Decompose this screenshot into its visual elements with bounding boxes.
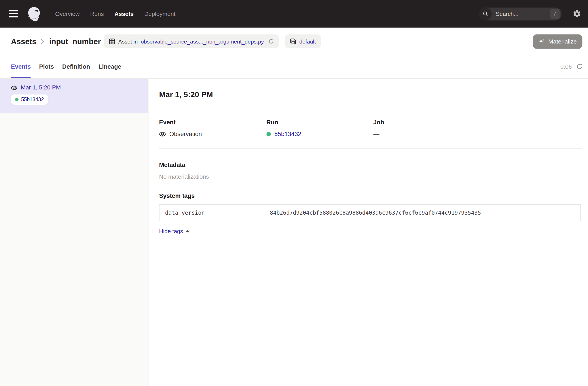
search-input[interactable] [495,10,550,18]
nav-right-group: / [479,7,581,20]
nav-item-assets[interactable]: Assets [114,10,134,17]
settings-button[interactable] [572,9,581,18]
octopus-icon [26,5,43,22]
event-list-item[interactable]: Mar 1, 5:20 PM 55b13432 [0,79,148,113]
run-column: Run 55b13432 [266,119,373,138]
job-label: Job [373,119,582,126]
hide-tags-link[interactable]: Hide tags [159,228,189,234]
asset-definition-chip: Asset in observable_source_ass..._non_ar… [104,34,279,48]
run-status-dot [266,132,271,137]
refresh-button[interactable] [576,63,583,70]
tab-events[interactable]: Events [11,55,31,78]
run-id: 55b13432 [21,97,44,102]
nav-item-runs[interactable]: Runs [90,10,104,17]
eye-icon [11,85,18,90]
sparkle-icon [539,38,545,45]
event-type-value: Observation [169,131,202,138]
event-label: Event [159,119,266,126]
event-timestamp: Mar 1, 5:20 PM [21,84,61,91]
dagster-logo[interactable] [26,5,43,22]
event-list-sidebar: Mar 1, 5:20 PM 55b13432 [0,79,148,386]
menu-button[interactable] [9,10,18,18]
asset-definition-link[interactable]: observable_source_ass..._non_argument_de… [141,39,264,44]
breadcrumb-assets-link[interactable]: Assets [11,37,37,46]
tag-value-cell: 84b26d7d9204cbf588026c8a9886d403a6c9637c… [264,205,581,221]
divider [159,111,582,111]
hamburger-icon [9,10,18,11]
run-chip[interactable]: 55b13432 [11,95,48,105]
nav-item-overview[interactable]: Overview [55,10,80,17]
event-detail-panel: Mar 1, 5:20 PM Event Observation [148,79,588,386]
tag-key-cell: data_version [160,205,264,221]
run-label: Run [266,119,373,126]
tab-lineage[interactable]: Lineage [98,55,121,78]
tab-bar: Events Plots Definition Lineage 0:06 [0,55,588,79]
primary-nav: Overview Runs Assets Deployment [55,10,176,17]
eye-icon [159,131,166,137]
system-tags-table: data_version 84b26d7d9204cbf588026c8a988… [159,204,581,221]
repo-icon [290,38,296,45]
run-status-dot [15,98,18,101]
gear-icon [572,9,581,18]
run-id-link[interactable]: 55b13432 [274,131,301,138]
reload-definition-button[interactable] [268,39,274,44]
divider [159,148,582,149]
chevron-right-icon [41,39,45,44]
top-nav: Overview Runs Assets Deployment / [0,0,588,28]
refresh-group: 0:06 [560,55,583,78]
job-column: Job — [373,119,582,138]
repo-default-link[interactable]: default [299,39,316,44]
hide-tags-label: Hide tags [159,228,183,234]
event-column: Event Observation [159,119,266,138]
repo-chip: default [285,34,321,48]
asset-chip-prefix: Asset in [118,39,138,44]
tabs: Events Plots Definition Lineage [11,55,121,78]
refresh-icon [576,63,583,70]
slash-shortcut-badge: / [550,9,560,19]
refresh-countdown: 0:06 [560,63,572,70]
tab-plots[interactable]: Plots [39,55,54,78]
page-header: Assets input_number Asset in observable_… [0,28,588,55]
job-empty-value: — [373,131,379,138]
search-icon [479,7,492,20]
materialize-button[interactable]: Materialize [533,34,582,49]
triangle-up-icon [186,230,189,232]
page-title: input_number [49,37,101,46]
event-detail-title: Mar 1, 5:20 PM [159,90,582,99]
search-box[interactable]: / [479,7,562,20]
app-window: Overview Runs Assets Deployment / [0,0,588,386]
reload-icon [268,39,274,44]
content-area: Mar 1, 5:20 PM 55b13432 Mar 1, 5:20 PM E… [0,79,588,386]
system-tags-heading: System tags [159,193,582,200]
hamburger-icon [9,13,18,14]
materialize-label: Materialize [548,38,577,45]
tab-definition[interactable]: Definition [62,55,90,78]
hamburger-icon [9,16,18,18]
metadata-heading: Metadata [159,162,582,168]
event-summary-columns: Event Observation Run [159,119,582,138]
nav-item-deployment[interactable]: Deployment [144,10,176,17]
metadata-empty-message: No materializations [159,173,582,180]
breadcrumb: Assets input_number [11,37,101,46]
asset-table-icon [109,38,115,45]
